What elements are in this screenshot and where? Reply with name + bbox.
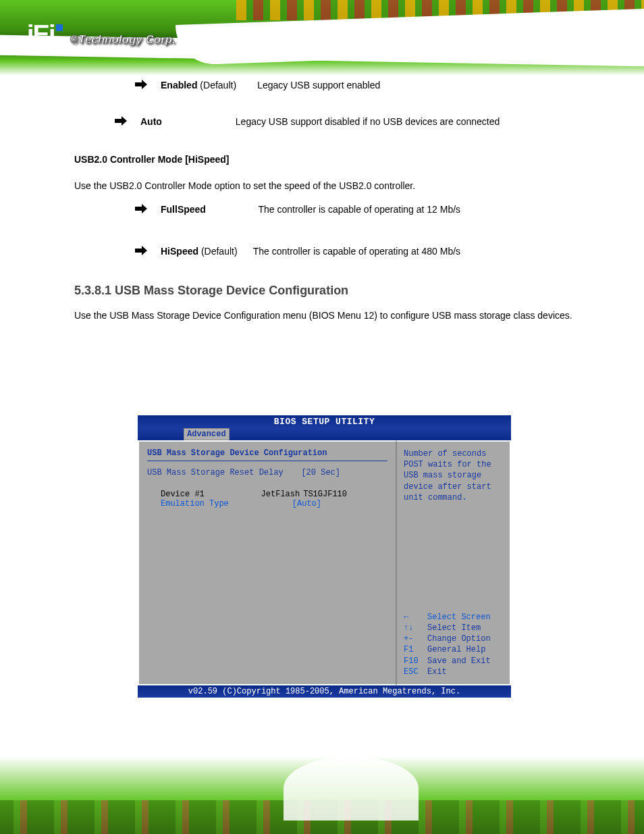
bullet-group-auto: Auto Legacy USB support disabled if no U… <box>115 114 583 130</box>
arrow-icon <box>135 246 147 255</box>
logo: iEi ®Technology Corp. <box>27 20 176 49</box>
bullet-text: HiSpeed (Default) The controller is capa… <box>161 244 460 260</box>
bios-right-panel: Number of seconds POST waits for the USB… <box>396 440 511 685</box>
bios-key-exit: ESCExit <box>404 667 503 677</box>
bios-keys: ←Select Screen ↑↓Select Item +-Change Op… <box>404 612 503 677</box>
logo-tagline: ®Technology Corp. <box>70 33 175 47</box>
bullet-text: Auto Legacy USB support disabled if no U… <box>140 114 500 130</box>
key-label: Exit <box>427 667 447 677</box>
bullet-enabled: Enabled (Default) Legacy USB support ena… <box>135 78 583 94</box>
sub-bullet-group: FullSpeed The controller is capable of o… <box>135 202 583 260</box>
bios-title: BIOS SETUP UTILITY <box>138 415 511 428</box>
logo-dot <box>56 24 63 31</box>
bullet-body: Legacy USB support disabled if no USB de… <box>236 116 500 127</box>
key-glyph: +- <box>404 633 427 644</box>
bullet-hispeed: HiSpeed (Default) The controller is capa… <box>135 244 583 260</box>
bios-emulation-row[interactable]: Emulation Type [Auto] <box>161 499 387 509</box>
key-label: General Help <box>427 644 485 655</box>
option-heading: USB2.0 Controller Mode [HiSpeed] <box>74 154 583 165</box>
bios-tab-advanced[interactable]: Advanced <box>184 428 230 440</box>
key-label: Select Item <box>427 623 481 633</box>
bios-left-panel: USB Mass Storage Device Configuration US… <box>138 440 396 685</box>
bullet-head: HiSpeed <box>161 246 198 257</box>
bios-body: USB Mass Storage Device Configuration US… <box>138 440 511 685</box>
arrow-icon <box>135 204 147 213</box>
bios-emulation-value: [Auto] <box>292 499 321 509</box>
subsection-desc: Use the USB Mass Storage Device Configur… <box>74 308 583 324</box>
bullet-fullspeed: FullSpeed The controller is capable of o… <box>135 202 583 218</box>
bullet-head: Auto <box>140 116 162 127</box>
key-glyph: ← <box>404 612 427 623</box>
bullet-body: The controller is capable of operating a… <box>253 246 460 257</box>
arrow-icon <box>135 80 147 89</box>
bullet-body: Legacy USB support enabled <box>257 80 380 90</box>
bios-reset-value: [20 Sec] <box>301 468 387 477</box>
bullet-head: Enabled <box>161 80 197 90</box>
subsection-heading: 5.3.8.1 USB Mass Storage Device Configur… <box>74 284 583 298</box>
content-area: Enabled (Default) Legacy USB support ena… <box>0 78 644 338</box>
key-label: Select Screen <box>427 612 491 623</box>
bios-key-select-screen: ←Select Screen <box>404 612 503 623</box>
key-label: Save and Exit <box>427 656 491 667</box>
bios-key-select-item: ↑↓Select Item <box>404 623 503 633</box>
key-label: Change Option <box>427 633 491 644</box>
key-glyph: F1 <box>404 644 427 655</box>
bullet-auto: Auto Legacy USB support disabled if no U… <box>115 114 583 130</box>
footer-swoosh <box>284 756 419 820</box>
bios-divider <box>147 461 387 461</box>
key-glyph: ESC <box>404 667 427 677</box>
bios-reset-row[interactable]: USB Mass Storage Reset Delay [20 Sec] <box>147 468 387 477</box>
bios-device-val: TS1GJF110 <box>303 490 347 499</box>
bullet-default: (Default) <box>197 80 236 90</box>
bullet-text: Enabled (Default) Legacy USB support ena… <box>161 78 380 94</box>
key-glyph: F10 <box>404 656 427 667</box>
bios-reset-label: USB Mass Storage Reset Delay <box>147 468 284 477</box>
bios-help-text: Number of seconds POST waits for the USB… <box>404 448 503 503</box>
option-heading-desc: Use the USB2.0 Controller Mode option to… <box>74 178 583 194</box>
bios-device-mid: JetFlash <box>261 490 300 499</box>
bios-device-row: Device #1 JetFlash TS1GJF110 <box>147 490 387 499</box>
footer-banner <box>0 756 644 834</box>
bios-emulation-label: Emulation Type <box>161 499 229 509</box>
bios-section-title: USB Mass Storage Device Configuration <box>147 448 387 458</box>
bios-key-general-help: F1General Help <box>404 644 503 655</box>
bios-screenshot: BIOS SETUP UTILITY Advanced USB Mass Sto… <box>138 415 511 696</box>
arrow-icon <box>115 116 127 126</box>
bios-device-label: Device #1 <box>161 490 205 499</box>
bios-tabbar: Advanced <box>138 428 511 440</box>
bullet-text: FullSpeed The controller is capable of o… <box>161 202 460 218</box>
bios-key-save-exit: F10Save and Exit <box>404 656 503 667</box>
logo-brand: iEi <box>27 20 54 49</box>
bullet-default: (Default) <box>198 246 238 257</box>
bios-footer: v02.59 (C)Copyright 1985-2005, American … <box>138 685 511 698</box>
bios-key-change-option: +-Change Option <box>404 633 503 644</box>
bullet-head: FullSpeed <box>161 204 206 215</box>
bullet-body: The controller is capable of operating a… <box>258 204 460 215</box>
key-glyph: ↑↓ <box>404 623 427 633</box>
bullet-group-top: Enabled (Default) Legacy USB support ena… <box>135 78 583 94</box>
